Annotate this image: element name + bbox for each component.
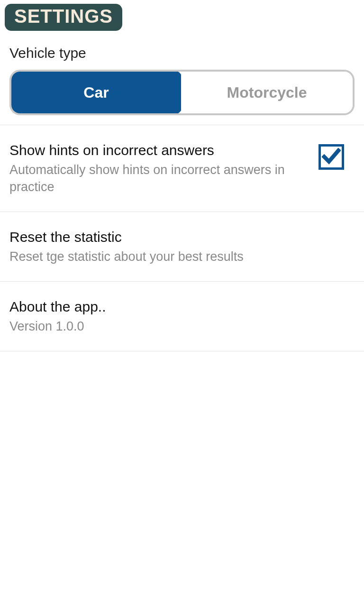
setting-reset-text: Reset the statistic Reset tge statistic … <box>9 228 355 265</box>
vehicle-type-label: Vehicle type <box>0 31 364 70</box>
checkmark-icon <box>322 147 341 167</box>
setting-show-hints-title: Show hints on incorrect answers <box>9 141 309 159</box>
setting-show-hints-text: Show hints on incorrect answers Automati… <box>9 141 318 195</box>
show-hints-checkbox[interactable] <box>318 144 344 170</box>
setting-about-app[interactable]: About the app.. Version 1.0.0 <box>0 281 364 351</box>
page-title: SETTINGS <box>14 6 113 27</box>
setting-about-subtitle: Version 1.0.0 <box>9 318 345 335</box>
setting-show-hints-subtitle: Automatically show hints on incorrect an… <box>9 161 309 196</box>
setting-about-text: About the app.. Version 1.0.0 <box>9 298 355 335</box>
vehicle-type-segmented-control: Car Motorcycle <box>9 70 355 115</box>
page-title-badge: SETTINGS <box>5 4 122 31</box>
setting-reset-title: Reset the statistic <box>9 228 345 246</box>
setting-show-hints[interactable]: Show hints on incorrect answers Automati… <box>0 125 364 212</box>
segment-motorcycle[interactable]: Motorcycle <box>181 72 353 113</box>
settings-list: Show hints on incorrect answers Automati… <box>0 125 364 351</box>
setting-reset-subtitle: Reset tge statistic about your best resu… <box>9 248 345 265</box>
setting-about-title: About the app.. <box>9 298 345 316</box>
segment-car-label: Car <box>83 84 109 101</box>
segment-motorcycle-label: Motorcycle <box>227 84 307 101</box>
segment-car[interactable]: Car <box>10 71 182 114</box>
setting-reset-statistic[interactable]: Reset the statistic Reset tge statistic … <box>0 212 364 281</box>
